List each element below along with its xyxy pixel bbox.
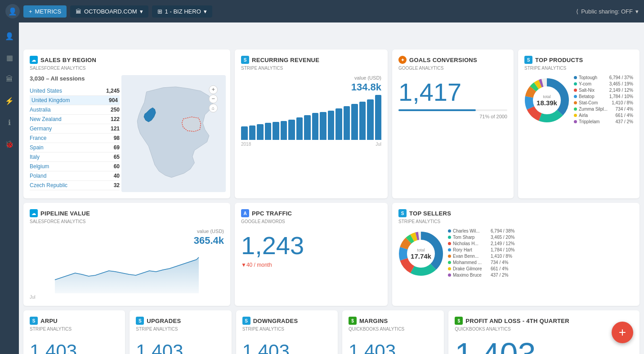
sidebar-item-dashboard[interactable]: ▦ — [3, 51, 16, 64]
legend-vals: 1,410 / 8% — [491, 254, 512, 259]
org-label: OCTOBOARD.COM — [84, 8, 137, 15]
sales-row: Belgium60 — [30, 162, 120, 171]
sales-title: SALES BY REGION — [40, 57, 96, 63]
legend-item: Tripplelam437 / 2% — [574, 119, 633, 124]
legend-item: Airla661 / 4% — [574, 113, 633, 118]
sidebar-item-bank[interactable]: 🏛 — [3, 73, 16, 85]
sales-row: United Kingdom904 — [30, 96, 120, 105]
revenue-amount: 134.8k — [241, 81, 381, 93]
legend-name: Tripplelam — [579, 119, 614, 124]
legend-name: Drake Gilmore — [453, 266, 489, 271]
sellers-title: TOP SELLERS — [409, 210, 451, 217]
sales-val: 69 — [114, 144, 120, 151]
sales-country[interactable]: France — [30, 135, 46, 141]
stripe-icon-dng: S — [242, 317, 250, 325]
sales-country[interactable]: Italy — [30, 154, 40, 160]
sales-row: Australia250 — [30, 105, 120, 115]
svg-text:⌂: ⌂ — [212, 106, 215, 111]
ppc-header: A PPC TRAFFIC — [241, 209, 381, 217]
bar — [273, 122, 279, 140]
sales-country[interactable]: Germany — [30, 125, 52, 132]
share-icon: ⟨ — [576, 8, 578, 15]
org-button[interactable]: 🏛 OCTOBOARD.COM ▾ — [70, 5, 148, 18]
legend-dot — [574, 89, 577, 92]
top-products-card: S TOP PRODUCTS STRIPE Analytics — [518, 49, 640, 198]
downgrades-header: S DOWNGRADES — [242, 317, 331, 325]
sales-val: 1,245 — [106, 88, 120, 94]
sales-country[interactable]: New Zealand — [30, 116, 62, 122]
sales-row: France98 — [30, 134, 120, 143]
legend-name: Tom Sharp — [453, 235, 489, 240]
sidebar-item-bug[interactable]: 🐞 — [3, 138, 16, 150]
sellers-donut-label: total 17.74k — [411, 248, 431, 260]
legend-dot — [448, 261, 451, 264]
sales-val: 60 — [114, 163, 120, 170]
pl-value: 1,403 — [455, 336, 633, 354]
svg-text:−: − — [211, 95, 215, 102]
sales-country[interactable]: United Kingdom — [31, 97, 70, 103]
sales-val: 122 — [111, 116, 120, 122]
bar — [335, 108, 342, 140]
downgrades-subtitle: STRIPE Analytics — [242, 327, 331, 332]
sales-body: 3,030 – All sessions United States1,245U… — [30, 75, 224, 192]
share-button[interactable]: ⟨ Public sharing: OFF ▾ — [576, 8, 639, 15]
sales-val: 65 — [114, 154, 120, 160]
sf-icon-pipeline: ☁ — [30, 209, 38, 217]
qb-icon-pl: $ — [455, 317, 463, 325]
bar — [367, 99, 374, 140]
sales-country[interactable]: Poland — [30, 173, 46, 179]
sales-subtitle: SALESFORCE Analytics — [30, 66, 224, 71]
legend-item: Mohammed ...734 / 4% — [448, 260, 633, 265]
fab-button[interactable]: + — [612, 322, 633, 343]
legend-name: Maximo Bruce — [453, 273, 489, 278]
sales-country[interactable]: Czech Republic — [30, 182, 67, 188]
sales-country[interactable]: Spain — [30, 144, 44, 151]
legend-name: Toptough — [579, 75, 608, 80]
legend-vals: 661 / 4% — [616, 113, 633, 118]
legend-vals: 6,794 / 38% — [491, 229, 514, 233]
sales-val: 32 — [114, 182, 120, 188]
sidebar-item-lightning[interactable]: ⚡ — [3, 94, 16, 107]
donut-total-label: total — [537, 94, 557, 99]
products-legend: Toptough6,794 / 37%Y-com3,465 / 19%Salt-… — [574, 75, 633, 125]
grid-icon: ⊞ — [157, 8, 162, 15]
dashboard-button[interactable]: ⊞ 1 - BIZ HERO ▾ — [152, 5, 212, 18]
legend-name: Evan Benn... — [453, 254, 489, 259]
metrics-button[interactable]: + METRICS — [23, 5, 67, 18]
sales-total-suffix: – All sessions — [46, 75, 85, 82]
pl-subtitle: QUICKBOOKS Analytics — [455, 327, 633, 332]
ga-icon: ✦ — [398, 56, 407, 64]
legend-dot — [448, 248, 451, 251]
sidebar-item-user[interactable]: 👤 — [3, 30, 16, 42]
sales-val: 121 — [111, 125, 120, 132]
products-donut: total 18.39k — [524, 78, 569, 123]
arpu-card: S ARPU STRIPE Analytics 1,403 ▲0 / day — [23, 310, 125, 354]
logo: 👤 — [5, 4, 20, 18]
legend-name: Charles Wil... — [453, 229, 489, 233]
sales-row: Poland40 — [30, 171, 120, 181]
bar — [241, 126, 248, 140]
share-label: Public sharing: OFF — [581, 8, 633, 15]
upgrades-subtitle: STRIPE Analytics — [136, 327, 225, 332]
sales-country[interactable]: Australia — [30, 107, 51, 113]
chevron-down-icon2: ▾ — [204, 8, 207, 15]
goals-title: GOALS CONVERSIONS — [409, 57, 477, 63]
products-header: S TOP PRODUCTS — [524, 56, 633, 64]
sales-country[interactable]: Belgium — [30, 163, 49, 170]
sidebar-item-info[interactable]: ℹ — [3, 116, 16, 129]
sales-val: 40 — [114, 173, 120, 179]
pl-title: PROFIT AND LOSS - 4th QUARTER — [465, 318, 569, 324]
pipeline-header: ☁ PIPELINE VALUE — [30, 209, 224, 217]
sales-val: 904 — [109, 97, 118, 103]
top-sellers-card: S TOP SELLERS STRIPE Analytics — [392, 203, 640, 306]
sellers-donut: total 17.74k — [398, 231, 443, 276]
sales-by-region-card: ☁ SALES BY REGION SALESFORCE Analytics 3… — [23, 49, 230, 198]
sales-country[interactable]: United States — [30, 88, 62, 94]
sales-rows: United States1,245United Kingdom904Austr… — [30, 86, 120, 190]
stripe-icon-prod: S — [524, 56, 532, 64]
pl-header: $ PROFIT AND LOSS - 4th QUARTER — [455, 317, 633, 325]
legend-dot — [448, 236, 451, 239]
chart-labels: 2018 Jul — [241, 142, 381, 147]
chart-label-start: 2018 — [241, 142, 251, 147]
goals-card: ✦ GOALS CONVERSIONS Google Analytics 1,4… — [392, 49, 514, 198]
